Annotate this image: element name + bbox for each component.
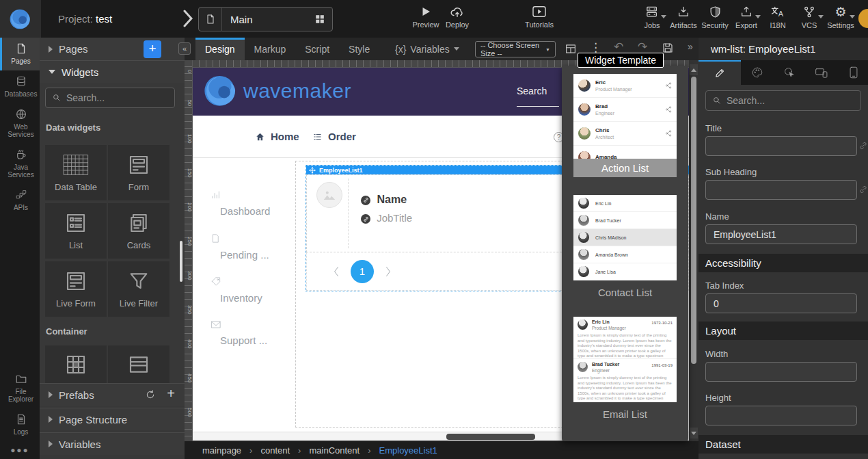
tab-properties[interactable]	[699, 60, 741, 85]
rail-item-pages[interactable]: Pages	[0, 38, 40, 70]
nav-item-order[interactable]: Order	[312, 131, 356, 142]
chevron-down-icon	[818, 15, 824, 18]
hscroll-thumb[interactable]	[446, 434, 535, 440]
widgets-section-row[interactable]: Widgets	[40, 60, 185, 83]
menu-item-inventory[interactable]: Inventory	[211, 276, 293, 304]
template-email-list[interactable]: Eric Lin Product Manager 1973-10-21 Lore…	[573, 317, 677, 420]
i18n-button[interactable]: A I18N	[762, 5, 794, 29]
section-accessibility[interactable]: Accessibility	[699, 254, 868, 272]
widget-grid-layout[interactable]	[45, 345, 107, 383]
width-input[interactable]	[705, 362, 857, 382]
section-dataset[interactable]: Dataset	[699, 435, 868, 454]
vertical-scrollbar[interactable]	[689, 60, 699, 441]
breadcrumb-item-active[interactable]: EmployeeList1	[379, 445, 437, 456]
avatar	[578, 215, 589, 226]
expand-panel-icon[interactable]: »	[688, 41, 693, 52]
tab-more[interactable]	[837, 60, 868, 85]
deploy-button[interactable]: Deploy	[442, 5, 473, 29]
preview-button[interactable]: Preview	[410, 5, 442, 29]
screen-size-select[interactable]: -- Choose Screen Size -- ▼	[475, 41, 556, 57]
rail-item-file-explorer[interactable]: File Explorer	[0, 368, 40, 408]
widget-search[interactable]	[45, 88, 175, 108]
export-upload-icon	[740, 5, 753, 18]
subheading-input[interactable]	[705, 180, 857, 200]
page-tab-main[interactable]: Main	[198, 7, 333, 31]
menu-item-pending[interactable]: Pending ...	[211, 233, 293, 261]
widget-cards[interactable]: Cards	[108, 203, 169, 259]
refresh-icon[interactable]	[145, 389, 156, 400]
bind-subheading-icon[interactable]	[858, 185, 868, 194]
prev-page-icon[interactable]	[333, 266, 340, 277]
current-page-badge[interactable]: 1	[351, 260, 374, 283]
tab-markup[interactable]: Markup	[245, 38, 296, 60]
vscroll-thumb[interactable]	[691, 77, 696, 364]
artifacts-button[interactable]: Artifacts	[668, 5, 699, 29]
tab-style[interactable]: Style	[339, 38, 379, 60]
widget-live-filter[interactable]: Live Filter	[108, 261, 169, 317]
widget-search-input[interactable]	[66, 92, 185, 103]
panel-scrollbar[interactable]	[180, 241, 182, 282]
avatar	[578, 232, 589, 243]
prefabs-section-row[interactable]: Prefabs +	[40, 383, 185, 406]
rail-item-web-services[interactable]: Web Services	[0, 103, 40, 144]
page-structure-section-row[interactable]: Page Structure	[40, 408, 185, 430]
rail-item-java-services[interactable]: Java Services	[0, 144, 40, 184]
breadcrumb-item[interactable]: content	[260, 445, 290, 456]
tab-devices[interactable]	[805, 60, 837, 85]
jobs-button[interactable]: Jobs	[636, 5, 668, 29]
app-search[interactable]: Search	[517, 86, 559, 107]
tabindex-input[interactable]	[705, 293, 857, 313]
add-page-button[interactable]: +	[144, 40, 161, 58]
menu-item-support[interactable]: Support ...	[211, 320, 293, 346]
widget-list[interactable]: List	[45, 203, 107, 259]
variables-section-row[interactable]: Variables	[40, 432, 185, 455]
scroll-up-icon[interactable]	[690, 64, 698, 75]
settings-button[interactable]: ⚙ Settings	[825, 5, 856, 29]
export-button[interactable]: Export	[731, 5, 762, 29]
bind-title-icon[interactable]	[858, 141, 868, 150]
tab-styles[interactable]	[741, 60, 773, 85]
variables-menu[interactable]: {x} Variables	[395, 38, 459, 60]
rail-item-apis[interactable]: APIs	[0, 184, 40, 217]
title-input[interactable]	[705, 136, 857, 156]
pages-grid-icon[interactable]	[314, 14, 325, 25]
user-badge[interactable]	[858, 9, 868, 28]
properties-search[interactable]	[705, 90, 861, 111]
widget-panel[interactable]	[108, 345, 169, 383]
name-input[interactable]	[705, 224, 857, 244]
tab-design[interactable]: Design	[195, 38, 245, 60]
undo-icon[interactable]: ↶	[614, 40, 623, 54]
rail-item-databases[interactable]: Databases	[0, 70, 40, 103]
wavemaker-logo[interactable]	[0, 0, 41, 38]
redo-icon[interactable]: ↷	[638, 40, 647, 54]
list-image-cell[interactable]	[310, 179, 349, 248]
properties-search-input[interactable]	[727, 95, 854, 106]
breadcrumb-item[interactable]: mainpage	[202, 445, 241, 456]
properties-panel: wm-list: EmployeeList1 Title S	[699, 38, 868, 459]
next-page-icon[interactable]	[385, 266, 392, 277]
vcs-button[interactable]: VCS	[794, 5, 825, 29]
canvas-layout-icon[interactable]	[565, 43, 577, 55]
chevron-right-icon[interactable]	[183, 10, 193, 27]
tab-events[interactable]	[773, 60, 805, 85]
more-options-icon[interactable]: ●●●	[0, 441, 40, 459]
template-contact-list[interactable]: Eric Lin Brad Tucker Chris MAdison Amand…	[573, 195, 677, 298]
rail-item-logs[interactable]: Logs	[0, 408, 40, 441]
breadcrumb-item[interactable]: mainContent	[309, 445, 360, 456]
template-action-list[interactable]: Eric Product Manager Brad Engineer	[573, 74, 677, 177]
widget-live-form[interactable]: Live Form	[45, 261, 107, 317]
menu-item-dashboard[interactable]: Dashboard	[211, 189, 293, 217]
scroll-down-icon[interactable]	[690, 428, 698, 438]
widget-form[interactable]: Form	[108, 145, 169, 200]
pages-section-row[interactable]: Pages +	[40, 38, 185, 60]
security-button[interactable]: Security	[699, 5, 731, 29]
section-layout[interactable]: Layout	[699, 322, 868, 340]
add-prefab-icon[interactable]: +	[167, 386, 175, 402]
tab-script[interactable]: Script	[295, 38, 339, 60]
collapse-panel-button[interactable]: «	[178, 42, 191, 55]
save-icon[interactable]	[662, 42, 674, 54]
height-input[interactable]	[705, 406, 857, 425]
nav-item-home[interactable]: Home	[255, 131, 299, 142]
tutorials-button[interactable]: Tutorials	[524, 5, 555, 29]
widget-data-table[interactable]: Data Table	[45, 145, 107, 200]
